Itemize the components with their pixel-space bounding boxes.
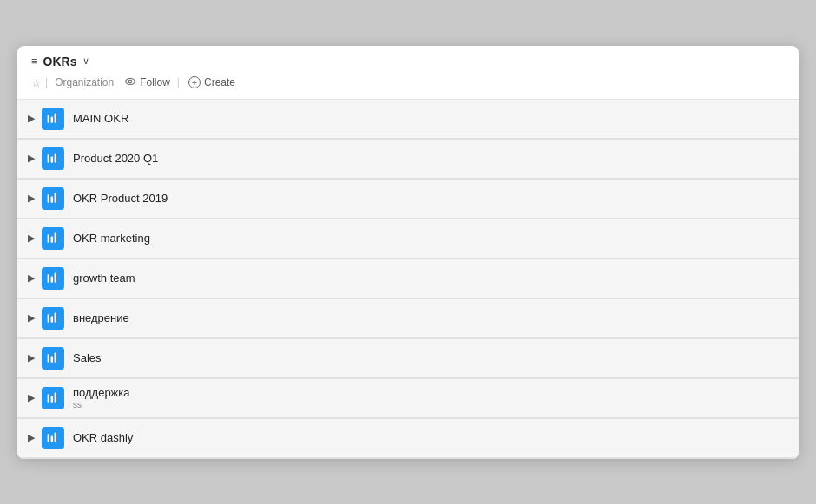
- svg-rect-12: [55, 193, 56, 202]
- svg-rect-14: [48, 234, 49, 243]
- okr-text-group: OKR Product 2019: [73, 192, 168, 205]
- okr-icon: [42, 147, 64, 170]
- okr-icon: [42, 387, 64, 409]
- follow-button[interactable]: Follow: [121, 74, 174, 92]
- list-item[interactable]: ▶ OKR Product 2019: [17, 180, 799, 219]
- svg-rect-15: [51, 236, 53, 242]
- list-item[interactable]: ▶ OKR marketing: [17, 219, 799, 259]
- svg-rect-8: [55, 153, 56, 162]
- okr-title: Sales: [73, 351, 102, 364]
- svg-rect-36: [55, 432, 56, 442]
- star-icon[interactable]: ☆: [31, 76, 42, 89]
- svg-rect-20: [55, 272, 56, 282]
- okr-text-group: OKR marketing: [73, 232, 150, 245]
- okr-list: ▶ MAIN OKR ▶ Product 2020 Q1: [17, 100, 799, 459]
- okr-title: OKR dashly: [73, 431, 133, 444]
- list-item[interactable]: ▶ MAIN OKR: [17, 100, 799, 140]
- svg-rect-7: [51, 156, 53, 162]
- svg-rect-33: [58, 395, 60, 402]
- svg-rect-2: [48, 115, 49, 123]
- okr-title: MAIN OKR: [73, 112, 128, 125]
- svg-rect-29: [58, 355, 60, 362]
- list-item[interactable]: ▶ OKR dashly: [17, 419, 799, 459]
- svg-rect-16: [55, 232, 56, 242]
- svg-point-1: [128, 80, 132, 83]
- okr-icon: [42, 427, 64, 449]
- chevron-down-icon[interactable]: ∨: [82, 56, 89, 67]
- svg-rect-23: [51, 316, 53, 322]
- okr-text-group: Sales: [73, 351, 102, 364]
- header-nav: ☆ | Organization Follow | + Create: [31, 74, 785, 99]
- menu-icon[interactable]: ≡: [31, 55, 38, 68]
- svg-rect-18: [48, 274, 49, 283]
- svg-rect-27: [51, 356, 53, 362]
- list-item[interactable]: ▶ growth team: [17, 259, 799, 299]
- okr-icon: [42, 227, 64, 250]
- svg-rect-32: [55, 392, 56, 402]
- expand-icon: ▶: [28, 312, 35, 324]
- list-item[interactable]: ▶ поддержка ss: [17, 379, 799, 419]
- main-window: ≡ OKRs ∨ ☆ | Organization Follow | + Cre…: [17, 46, 799, 459]
- okr-subtitle: ss: [73, 400, 130, 409]
- expand-icon: ▶: [28, 153, 35, 164]
- organization-link[interactable]: Organization: [51, 75, 117, 90]
- svg-rect-3: [51, 116, 53, 122]
- svg-rect-30: [48, 394, 49, 403]
- okr-title: поддержка: [73, 386, 130, 399]
- svg-rect-31: [51, 396, 53, 402]
- header: ≡ OKRs ∨ ☆ | Organization Follow | + Cre…: [17, 46, 799, 100]
- create-button[interactable]: + Create: [183, 75, 240, 90]
- svg-rect-37: [58, 435, 60, 442]
- svg-rect-35: [51, 435, 53, 442]
- expand-icon: ▶: [28, 113, 35, 124]
- svg-rect-4: [55, 113, 56, 122]
- plus-circle-icon: +: [188, 76, 201, 88]
- svg-rect-26: [48, 354, 49, 363]
- svg-rect-22: [48, 314, 49, 323]
- okr-icon: [42, 267, 64, 290]
- svg-rect-19: [51, 276, 53, 282]
- okr-text-group: поддержка ss: [73, 386, 130, 409]
- svg-rect-21: [58, 275, 60, 282]
- svg-rect-6: [48, 154, 49, 163]
- svg-rect-5: [58, 115, 60, 122]
- okr-title: growth team: [73, 272, 135, 285]
- list-item[interactable]: ▶ Product 2020 Q1: [17, 140, 799, 180]
- okr-text-group: MAIN OKR: [73, 112, 128, 125]
- okr-title: OKR marketing: [73, 232, 150, 245]
- okr-icon: [42, 108, 64, 130]
- okr-title: OKR Product 2019: [73, 192, 168, 205]
- expand-icon: ▶: [28, 232, 35, 244]
- okr-title: Product 2020 Q1: [73, 152, 158, 165]
- svg-rect-11: [51, 196, 53, 202]
- expand-icon: ▶: [28, 392, 35, 403]
- okr-text-group: OKR dashly: [73, 431, 133, 444]
- svg-rect-10: [48, 194, 49, 203]
- header-top: ≡ OKRs ∨: [31, 55, 785, 69]
- list-item[interactable]: ▶ внедрение: [17, 299, 799, 339]
- svg-rect-24: [55, 312, 56, 322]
- eye-icon: [124, 75, 136, 90]
- create-label: Create: [204, 76, 235, 88]
- okr-text-group: Product 2020 Q1: [73, 152, 158, 165]
- expand-icon: ▶: [28, 193, 35, 204]
- okr-text-group: внедрение: [73, 311, 129, 324]
- svg-rect-28: [55, 352, 56, 362]
- okr-title: внедрение: [73, 311, 129, 324]
- expand-icon: ▶: [28, 352, 35, 363]
- nav-divider: |: [45, 76, 48, 88]
- list-item[interactable]: ▶ Sales: [17, 339, 799, 379]
- okr-icon: [42, 187, 64, 210]
- svg-rect-17: [58, 235, 60, 242]
- follow-label: Follow: [140, 76, 170, 88]
- svg-point-0: [126, 78, 135, 84]
- okr-text-group: growth team: [73, 272, 135, 285]
- svg-rect-9: [58, 155, 60, 162]
- okr-icon: [42, 307, 64, 330]
- okr-icon: [42, 347, 64, 370]
- svg-rect-25: [58, 315, 60, 322]
- svg-rect-13: [58, 195, 60, 202]
- page-title[interactable]: OKRs: [43, 55, 77, 69]
- nav-divider-2: |: [177, 76, 180, 88]
- svg-rect-34: [48, 434, 49, 442]
